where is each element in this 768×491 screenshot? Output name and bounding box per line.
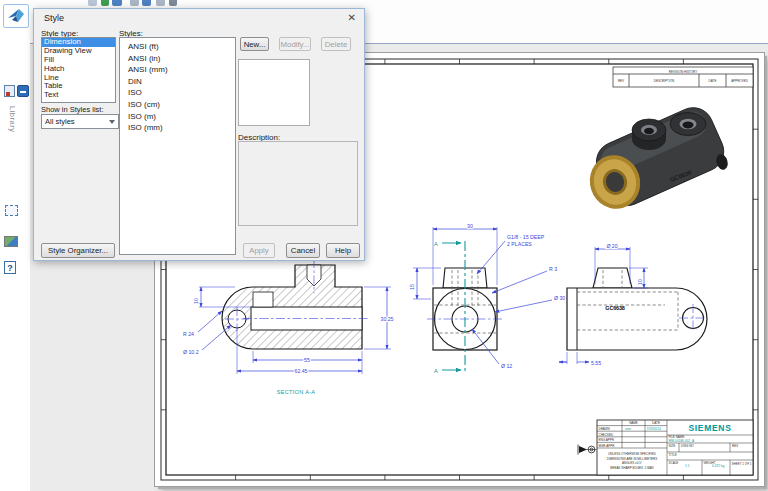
styles-listbox[interactable]: ANSI (ft) ANSI (in) ANSI (mm) DIN ISO IS… bbox=[119, 37, 236, 255]
style-item-ansi-in[interactable]: ANSI (in) bbox=[120, 53, 235, 65]
toolbar-fragment-icon[interactable] bbox=[88, 0, 97, 6]
tb-weight-value: 0.372 kg bbox=[712, 464, 724, 468]
revision-col-rev: REV bbox=[618, 79, 624, 83]
section-marker-a-bottom: A bbox=[434, 368, 438, 374]
tb-drawn-name: user bbox=[625, 427, 632, 431]
dim-dia-30: Ø 30 bbox=[554, 295, 565, 301]
tb-row-drawn: DRAWN bbox=[599, 427, 610, 431]
close-icon[interactable]: ✕ bbox=[348, 12, 356, 23]
chevron-down-icon bbox=[109, 120, 115, 124]
help-icon[interactable]: ? bbox=[4, 261, 16, 274]
dim-r24: R 24 bbox=[183, 331, 194, 337]
tb-dwg-label: DWG NO bbox=[681, 444, 694, 448]
toolbar-fragment-icon[interactable] bbox=[142, 0, 151, 6]
tb-file-value: MM-00186-002_A bbox=[669, 439, 695, 443]
dim-dia-10-2: Ø 10.2 bbox=[183, 349, 199, 355]
revision-col-approved: APPROVED bbox=[731, 79, 749, 83]
cancel-button[interactable]: Cancel bbox=[286, 243, 320, 258]
style-item-iso-m[interactable]: ISO (m) bbox=[120, 111, 235, 123]
revision-table: REVISION HISTORY REV DESCRIPTION DATE AP… bbox=[613, 67, 753, 87]
tb-scale-label: SCALE bbox=[669, 461, 679, 465]
tb-rev-label: REV bbox=[732, 444, 738, 448]
dim-30-25: 30.25 bbox=[381, 316, 394, 322]
show-in-styles-combo[interactable]: All styles bbox=[41, 114, 119, 129]
tb-drawn-date: 7/29/2014 bbox=[647, 427, 661, 431]
style-item-ansi-mm[interactable]: ANSI (mm) bbox=[120, 64, 235, 76]
toolbar-fragment-icon[interactable] bbox=[169, 0, 177, 6]
toolbar-fragment-icon[interactable] bbox=[112, 0, 122, 6]
style-item-iso[interactable]: ISO bbox=[120, 87, 235, 99]
tb-scale-value: 1:1 bbox=[685, 464, 690, 468]
dim-r3: R 3 bbox=[549, 266, 557, 272]
app-logo-button[interactable] bbox=[3, 4, 29, 28]
library-tab-label[interactable]: Library bbox=[3, 106, 17, 162]
tb-notes-4: BREAK SHARP EDGES .5 MAX bbox=[610, 466, 653, 470]
library-icon[interactable] bbox=[17, 85, 29, 97]
image-icon[interactable] bbox=[4, 236, 18, 247]
solid-edge-logo-icon bbox=[7, 8, 25, 24]
tb-col-name: NAME bbox=[629, 421, 638, 425]
tb-title-label: TITLE bbox=[669, 453, 677, 457]
apply-button[interactable]: Apply bbox=[243, 243, 275, 258]
help-button[interactable]: Help bbox=[326, 243, 360, 258]
tb-notes-3: ANGLES ±0.5° bbox=[622, 461, 643, 465]
style-item-iso-cm[interactable]: ISO (cm) bbox=[120, 99, 235, 111]
dim-55: 55 bbox=[304, 357, 310, 363]
section-view-label: SECTION A-A bbox=[277, 389, 316, 395]
description-box bbox=[238, 141, 358, 226]
modify-button[interactable]: Modify... bbox=[279, 37, 311, 51]
dim-15: 15 bbox=[409, 284, 415, 290]
style-preview-box bbox=[238, 59, 310, 126]
thread-note-line2: 2 PLACES bbox=[507, 241, 532, 247]
toolbar-fragment-icon[interactable] bbox=[156, 0, 165, 6]
style-item-iso-mm[interactable]: ISO (mm) bbox=[120, 122, 235, 134]
dim-62-45: 62.45 bbox=[295, 368, 308, 374]
tb-sheet-label: SHEET 1 OF 1 bbox=[732, 462, 752, 466]
revision-col-date: DATE bbox=[709, 79, 717, 83]
tb-size-label: SIZE bbox=[669, 444, 676, 448]
tb-col-date: DATE bbox=[652, 421, 660, 425]
new-button[interactable]: New... bbox=[240, 37, 269, 51]
tb-notes-2: DIMENSIONS ARE IN MILLIMETERS bbox=[607, 457, 658, 461]
style-type-item-text[interactable]: Text bbox=[42, 91, 115, 100]
dim-dia-20: Ø 20 bbox=[606, 243, 617, 249]
toolbar-fragment-icon[interactable] bbox=[101, 0, 109, 6]
dim-10: 10 bbox=[193, 298, 199, 304]
section-marker-a-top: A bbox=[434, 241, 438, 247]
toolbar-fragment-icon[interactable] bbox=[130, 0, 139, 6]
show-in-styles-label: Show in Styles list: bbox=[41, 105, 104, 114]
revision-col-description: DESCRIPTION bbox=[654, 79, 675, 83]
left-sidebar: Library ? bbox=[0, 0, 30, 491]
dim-dia-12: Ø 12 bbox=[501, 363, 512, 369]
select-tool-icon[interactable] bbox=[5, 205, 18, 216]
tb-notes-1: UNLESS OTHERWISE SPECIFIED bbox=[608, 452, 656, 456]
style-dialog: Style ✕ Style type: Dimension Drawing Vi… bbox=[33, 8, 365, 261]
style-organizer-button[interactable]: Style Organizer... bbox=[41, 243, 115, 258]
delete-button[interactable]: Delete bbox=[321, 37, 351, 51]
show-in-styles-value: All styles bbox=[45, 117, 75, 126]
tb-row-checked: CHECKED bbox=[599, 433, 615, 437]
edge-bar-icon[interactable] bbox=[4, 85, 15, 97]
dim-5-55: 5.55 bbox=[591, 360, 601, 366]
dialog-title: Style bbox=[44, 13, 64, 23]
style-item-ansi-ft[interactable]: ANSI (ft) bbox=[120, 41, 235, 53]
siemens-logo: SIEMENS bbox=[688, 423, 731, 433]
style-type-listbox[interactable]: Dimension Drawing View Fill Hatch Line T… bbox=[41, 37, 116, 103]
style-item-din[interactable]: DIN bbox=[120, 76, 235, 88]
tb-row-mgrappr: MGR APPR bbox=[599, 444, 616, 448]
title-block: NAME DATE DRAWN user 7/29/2014 CHECKED E… bbox=[578, 420, 753, 475]
side-view-part-label: GC6638 bbox=[605, 305, 624, 311]
revision-table-title: REVISION HISTORY bbox=[669, 70, 697, 74]
tb-row-engappr: ENG APPR bbox=[599, 438, 615, 442]
dim-30: 30 bbox=[467, 223, 473, 229]
thread-note-line1: G1/8 - 15 DEEP bbox=[507, 234, 545, 240]
dim-10-side: 10 bbox=[637, 279, 643, 285]
